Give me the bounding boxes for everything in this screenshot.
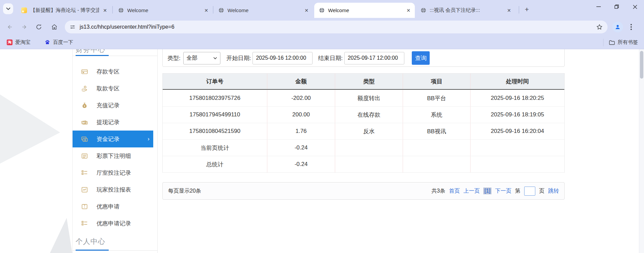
menu-dots-icon[interactable] (627, 24, 635, 30)
end-date-input[interactable] (344, 52, 404, 64)
minimize-icon[interactable] (594, 2, 603, 11)
sidebar-heading-finance: 财务中心 (76, 49, 105, 54)
bookmark-star-icon[interactable] (596, 24, 603, 30)
column-header: 处理时间 (471, 74, 564, 89)
back-icon[interactable] (4, 21, 16, 33)
sidebar-item-promo-apply[interactable]: 优惠申请 (73, 198, 157, 215)
prev-page-link[interactable]: 上一页 (463, 188, 480, 195)
sidebar-item-lottery-bet-details[interactable]: 彩票下注明细 (73, 147, 157, 164)
tab-welcome-active[interactable]: Welcome ✕ (314, 3, 415, 18)
heading-accent-bar (76, 55, 109, 56)
pagination-bar: 每页显示20条 共3条 首页 上一页 [1] 下一页 第 页 跳转 (162, 182, 565, 200)
tab-close-icon[interactable]: ✕ (303, 7, 310, 13)
cell-type: 反水 (335, 123, 403, 139)
site-info-icon[interactable] (70, 24, 76, 30)
all-bookmarks-button[interactable]: 所有书签 (609, 39, 638, 46)
sidebar-menu: 存款专区 取款专区 ¥ 充值记录 提现记录 (73, 63, 157, 232)
promo-records-icon (81, 220, 88, 227)
tab-title: Welcome (227, 7, 301, 13)
current-page-badge: [1] (483, 188, 491, 194)
tab-welcome-2[interactable]: Welcome ✕ (214, 3, 313, 18)
bookmark-label: 百度一下 (53, 39, 73, 46)
table-header-row: 订单号 金额 类型 项目 处理时间 (163, 74, 564, 90)
column-header: 订单号 (163, 74, 267, 89)
table-row: 1758017945499110 200.00 在线存款 系统 2025-09-… (163, 106, 564, 123)
player-report-icon (81, 186, 88, 193)
cell-time: 2025-09-16 18:19:05 (471, 107, 564, 123)
tab-title: Welcome (127, 7, 200, 13)
tab-forum[interactable]: 【新提醒】海燕论坛 - 博学交流 ✕ (17, 3, 111, 18)
cell-empty (403, 140, 471, 156)
sidebar-item-recharge-records[interactable]: ¥ 充值记录 (73, 97, 157, 114)
address-bar[interactable]: js13.cc/hhcp/usercenter.html?iniType=6 (65, 21, 608, 33)
sidebar-item-label: 充值记录 (97, 102, 119, 109)
tab-video-records[interactable]: :::视讯 会员下注纪录::: ✕ (416, 3, 515, 18)
globe-favicon (421, 7, 426, 13)
scrollbar-thumb[interactable] (640, 51, 643, 79)
sidebar-item-funds-records[interactable]: 资金记录 › (73, 131, 153, 147)
first-page-link[interactable]: 首页 (449, 188, 460, 195)
window-close-icon[interactable] (630, 2, 639, 11)
bookmark-baidu[interactable]: 百度一下 (42, 38, 76, 47)
bookmarks-bar: 淘 爱淘宝 百度一下 所有书签 (0, 36, 644, 49)
next-page-link[interactable]: 下一页 (495, 188, 511, 195)
start-date-input[interactable] (252, 52, 313, 64)
sidebar-item-label: 玩家投注报表 (97, 186, 131, 194)
cell-order-no: 1758010804521590 (163, 123, 267, 139)
browser-chrome: 【新提醒】海燕论坛 - 博学交流 ✕ Welcome ✕ Welcome ✕ W… (0, 0, 644, 49)
tab-bar: 【新提醒】海燕论坛 - 博学交流 ✕ Welcome ✕ Welcome ✕ W… (0, 0, 644, 18)
sidebar-item-player-bet-report[interactable]: 玩家投注报表 (73, 181, 157, 198)
restore-icon[interactable] (612, 2, 621, 11)
sidebar-item-withdraw-zone[interactable]: 取款专区 (73, 80, 157, 97)
sidebar: 财务中心 存款专区 取款专区 ¥ 充值记录 (72, 49, 158, 253)
per-page-text: 每页显示20条 (168, 188, 201, 195)
forward-icon[interactable] (19, 21, 30, 33)
page-scrollbar[interactable] (639, 49, 644, 253)
sidebar-item-cashout-records[interactable]: 提现记录 (73, 114, 157, 131)
cell-amount: 1.76 (267, 123, 335, 139)
tab-title: 【新提醒】海燕论坛 - 博学交流 (30, 7, 99, 13)
sidebar-item-label: 存款专区 (97, 68, 119, 76)
sidebar-item-hall-bet-records[interactable]: 厅室投注记录 (73, 164, 157, 181)
tab-search-button[interactable] (3, 3, 13, 14)
cell-empty (471, 156, 564, 172)
page-jump-input[interactable] (524, 187, 535, 196)
home-icon[interactable] (49, 21, 60, 33)
reload-icon[interactable] (33, 21, 45, 33)
pagination-controls: 共3条 首页 上一页 [1] 下一页 第 页 跳转 (431, 187, 559, 196)
column-header: 类型 (335, 74, 403, 89)
bookmark-taobao[interactable]: 淘 爱淘宝 (4, 38, 33, 47)
query-button[interactable]: 查询 (412, 51, 430, 65)
tab-close-icon[interactable]: ✕ (203, 7, 209, 13)
tab-close-icon[interactable]: ✕ (506, 7, 512, 13)
sidebar-item-label: 资金记录 (97, 135, 119, 143)
globe-favicon (218, 7, 224, 13)
cell-amount: -202.00 (267, 90, 335, 106)
sidebar-item-deposit-zone[interactable]: 存款专区 (73, 63, 157, 80)
profile-avatar-icon[interactable] (612, 22, 623, 32)
tab-welcome-1[interactable]: Welcome ✕ (113, 3, 213, 18)
cell-type: 额度转出 (335, 90, 403, 106)
sidebar-item-promo-apply-records[interactable]: 优惠申请记录 (73, 215, 157, 232)
type-select[interactable]: 全部 (183, 52, 220, 64)
tab-close-icon[interactable]: ✕ (405, 7, 411, 13)
cell-empty (471, 140, 564, 156)
total-count-text: 共3条 (431, 188, 445, 195)
tab-title: Welcome (328, 7, 403, 13)
cell-amount: 200.00 (267, 107, 335, 123)
cell-label: 当前页统计 (163, 140, 267, 156)
bookmarks-right: 所有书签 (603, 39, 638, 46)
tab-close-icon[interactable]: ✕ (102, 7, 108, 13)
cell-project: BB平台 (403, 90, 471, 106)
svg-text:¥: ¥ (84, 105, 85, 107)
sidebar-heading-personal: 个人中心 (76, 237, 105, 246)
jump-link[interactable]: 跳转 (548, 188, 559, 195)
cell-order-no: 1758017945499110 (163, 107, 267, 123)
sidebar-item-label: 提现记录 (97, 118, 119, 126)
new-tab-icon[interactable]: + (522, 5, 531, 14)
cell-order-no: 1758018023975726 (163, 90, 267, 106)
type-label: 类型: (167, 54, 181, 62)
table-row-grand-total: 总统计 -0.24 (163, 156, 564, 172)
url-text[interactable]: js13.cc/hhcp/usercenter.html?iniType=6 (80, 24, 593, 30)
tab-separator (519, 6, 519, 13)
